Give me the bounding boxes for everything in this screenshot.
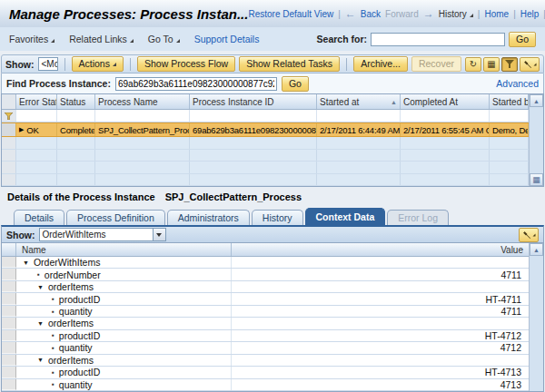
context-settings-wrench-icon[interactable] [519, 228, 539, 242]
column-header-process-name[interactable]: Process Name [95, 94, 190, 109]
tree-row-orderitems-1[interactable]: ▼ orderItems [2, 281, 529, 293]
filter-icon-cell[interactable] [2, 110, 16, 122]
column-header-status[interactable]: Status [57, 94, 95, 109]
collapse-expander-icon[interactable]: ▼ [23, 260, 29, 266]
find-go-button[interactable]: Go [282, 76, 309, 92]
row-selector-cell[interactable] [2, 355, 16, 366]
select-all-cell[interactable] [2, 94, 16, 109]
table-personalize-icon[interactable]: ▦ [530, 173, 543, 186]
column-header-value[interactable]: Value [232, 243, 529, 256]
help-link[interactable]: Help [520, 9, 540, 19]
separator: | [513, 9, 516, 19]
scroll-up-icon[interactable]: ▲ [530, 94, 543, 107]
row-selector-cell[interactable] [2, 269, 16, 279]
tab-details[interactable]: Details [14, 210, 64, 225]
select-arrow-icon[interactable] [153, 229, 165, 240]
advanced-link[interactable]: Advanced [496, 78, 539, 89]
dropdown-triangle-icon [533, 63, 536, 65]
filter-cell[interactable] [57, 110, 95, 122]
row-selector-cell[interactable] [2, 330, 16, 341]
tree-row-productid-1[interactable]: ▪ productID HT-4711 [2, 293, 529, 305]
column-header-error-status[interactable]: Error Status [16, 94, 57, 109]
home-link[interactable]: Home [484, 9, 509, 19]
show-process-flow-button[interactable]: Show Process Flow [137, 56, 235, 72]
back-link[interactable]: Back [361, 9, 381, 19]
view-select[interactable]: <Modified View> [38, 57, 58, 71]
started-at-cell: 2/17/2011 6:44:49 AM GMT [317, 123, 401, 136]
settings-wrench-icon[interactable] [520, 57, 540, 72]
refresh-icon[interactable]: ↻ [465, 57, 481, 72]
favorites-menu[interactable]: Favorites [9, 34, 54, 44]
row-selector-cell[interactable] [2, 123, 16, 136]
process-table-scrollbar[interactable]: ▲ ▦ [529, 94, 543, 186]
row-selector-cell[interactable] [2, 342, 16, 353]
tree-row-productid-3[interactable]: ▪ productID HT-4713 [2, 367, 529, 378]
support-details-link[interactable]: Support Details [194, 34, 260, 44]
column-header-started-at[interactable]: Started at ▲ [317, 94, 401, 109]
find-process-instance-input[interactable] [115, 77, 277, 91]
column-header-started-by[interactable]: Started by [490, 94, 529, 109]
tree-row-quantity-2[interactable]: ▪ quantity 4712 [2, 342, 529, 354]
archive-button[interactable]: Archive... [353, 56, 408, 72]
tab-history[interactable]: History [252, 210, 303, 225]
row-selector-cell[interactable] [2, 318, 16, 328]
tree-row-productid-2[interactable]: ▪ productID HT-4712 [2, 330, 529, 342]
sort-ascending-icon: ▲ [391, 99, 397, 105]
row-selector-cell[interactable] [2, 379, 16, 390]
filter-cell[interactable] [190, 110, 317, 122]
row-selector-cell[interactable] [2, 281, 16, 292]
dropdown-triangle-icon [176, 39, 180, 43]
history-menu[interactable]: History [439, 9, 473, 19]
row-selector-cell[interactable] [2, 257, 16, 268]
tree-row-quantity-3[interactable]: ▪ quantity 4713 [2, 379, 529, 391]
favorites-label: Favorites [9, 34, 48, 44]
row-selector-cell[interactable] [2, 367, 16, 377]
empty-cell [95, 137, 190, 149]
actions-button[interactable]: Actions [72, 56, 124, 72]
back-arrow-icon[interactable]: ← [345, 9, 356, 18]
empty-cell [490, 137, 529, 149]
row-selector-cell[interactable] [2, 293, 16, 304]
restore-default-view-link[interactable]: Restore Default View [248, 9, 333, 19]
tree-row-quantity-1[interactable]: ▪ quantity 4711 [2, 306, 529, 318]
related-links-label: Related Links [69, 34, 127, 44]
go-to-menu[interactable]: Go To [148, 34, 180, 44]
filter-cell[interactable] [95, 110, 190, 122]
forward-arrow-icon[interactable]: → [423, 9, 434, 18]
filter-cell[interactable] [16, 110, 57, 122]
tree-row-orderwithitems[interactable]: ▼ OrderWithItems [2, 257, 529, 269]
empty-cell [95, 162, 190, 173]
context-table-scrollbar[interactable]: ▲ [529, 243, 543, 391]
tab-administrators[interactable]: Administrators [167, 210, 250, 225]
column-header-completed-at[interactable]: Completed At [401, 94, 490, 109]
row-selector-cell[interactable] [2, 306, 16, 317]
process-instance-row-selected[interactable]: ▶ OK Completed SPJ_CollectPattern_Proces… [2, 122, 529, 137]
collapse-expander-icon[interactable]: ▼ [37, 284, 44, 290]
row-expander-icon[interactable]: ▶ [19, 126, 24, 133]
search-input[interactable] [371, 33, 505, 46]
show-related-tasks-button[interactable]: Show Related Tasks [239, 56, 340, 72]
started-at-label: Started at [320, 97, 359, 107]
collapse-expander-icon[interactable]: ▼ [37, 357, 44, 363]
column-header-process-instance-id[interactable]: Process Instance ID [190, 94, 317, 109]
filter-cell[interactable] [490, 110, 529, 122]
error-status-value: OK [26, 125, 38, 135]
filter-icon[interactable] [501, 57, 518, 72]
tab-context-data[interactable]: Context Data [305, 208, 386, 225]
column-header-name[interactable]: Name [16, 243, 232, 256]
collapse-expander-icon[interactable]: ▼ [37, 320, 44, 327]
filter-cell[interactable] [401, 110, 490, 122]
tab-process-definition[interactable]: Process Definition [66, 210, 165, 225]
tree-row-ordernumber[interactable]: ▪ orderNumber 4711 [2, 269, 529, 280]
tree-row-orderitems-3[interactable]: ▼ orderItems [2, 355, 529, 367]
context-show-select[interactable]: OrderWithItems [39, 228, 166, 241]
find-process-instance-label: Find Process Instance: [6, 78, 111, 89]
tree-row-orderitems-2[interactable]: ▼ orderItems [2, 318, 529, 329]
export-table-icon[interactable]: ▦ [483, 57, 500, 72]
scroll-up-icon[interactable]: ▲ [530, 243, 543, 256]
header-selector-cell [2, 243, 16, 256]
filter-cell[interactable] [317, 110, 401, 122]
context-data-table: Name Value ▼ OrderWithItems ▪ orderNumbe… [1, 243, 544, 392]
related-links-menu[interactable]: Related Links [69, 34, 134, 44]
search-go-button[interactable]: Go [509, 32, 536, 47]
